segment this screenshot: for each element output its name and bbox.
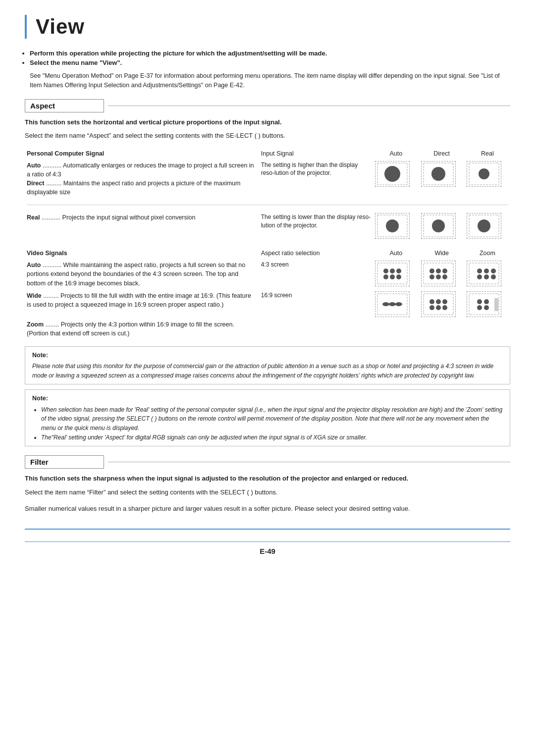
filter-desc: This function sets the sharpness when th…: [25, 474, 510, 484]
auto-label: Auto ........... Automatically enlarges …: [27, 162, 254, 178]
pc-diag-real-high: [465, 160, 510, 199]
video-diag-wide-auto-box: [375, 291, 410, 317]
aspect-header-row: Aspect: [25, 99, 510, 112]
svg-point-22: [442, 269, 447, 273]
video-col-aspect: Aspect ratio selection: [259, 247, 374, 259]
video-diag-wide-auto: [373, 290, 419, 319]
real-label: Real ........... Projects the input sign…: [27, 214, 195, 221]
video-wide-label: Wide ......... Projects to fill the full…: [27, 292, 251, 308]
svg-point-13: [383, 269, 388, 273]
svg-point-23: [429, 274, 434, 279]
note1-label: Note:: [32, 351, 503, 360]
pc-diag-direct-high-box: [421, 161, 456, 187]
pc-diag-real-low-box: [467, 213, 501, 239]
aspect-header-line: [108, 106, 510, 106]
video-diag-auto-zoom: [465, 259, 510, 289]
svg-point-11: [478, 219, 490, 232]
svg-point-17: [390, 274, 395, 279]
svg-point-34: [382, 302, 389, 306]
svg-point-27: [477, 269, 482, 273]
svg-point-29: [491, 269, 496, 273]
video-diag-wide-zoom-box: [467, 291, 501, 317]
pc-col-auto: Auto: [373, 148, 419, 160]
video-row-wide: Wide ......... Projects to fill the full…: [25, 290, 510, 319]
video-signal-heading: Video Signals: [25, 247, 259, 259]
svg-point-48: [484, 305, 489, 310]
pc-col-real: Real: [465, 148, 510, 160]
pc-diag-real-low: [465, 212, 510, 240]
direct-label: Direct ......... Maintains the aspect ra…: [27, 180, 240, 196]
pc-col-input: Input Signal: [259, 148, 374, 160]
video-diag-auto-auto-box: [375, 261, 410, 286]
pc-diag-direct-low-box: [421, 213, 456, 239]
video-zoom-desc: Zoom ........ Projects only the 4:3 port…: [25, 319, 259, 339]
aspect-header-box: Aspect: [25, 99, 104, 112]
svg-point-43: [442, 305, 447, 310]
svg-point-30: [477, 274, 482, 279]
aspect-body: Select the item name “Aspect” and select…: [25, 131, 510, 141]
svg-point-28: [484, 269, 489, 273]
filter-header-line: [108, 462, 510, 462]
pc-signal-heading: Personal Computer Signal: [25, 148, 259, 160]
svg-point-42: [436, 305, 441, 310]
pc-diag-auto-high: [373, 160, 419, 199]
svg-point-9: [432, 219, 445, 232]
svg-point-40: [442, 299, 447, 304]
video-wide-desc: Wide ......... Projects to fill the full…: [25, 290, 259, 319]
svg-point-1: [384, 166, 400, 182]
svg-point-3: [431, 167, 445, 181]
pc-col-direct: Direct: [419, 148, 465, 160]
pc-diag-auto-high-box: [375, 161, 410, 187]
pc-signal-area: Personal Computer Signal Input Signal Au…: [25, 148, 510, 339]
pc-diag-direct-low: [419, 212, 465, 240]
video-diag-auto-wide: [419, 259, 465, 289]
bullet2: Select the menu name "View".: [30, 59, 122, 66]
bottom-rule: [25, 529, 510, 530]
video-diag-auto-auto: [373, 259, 419, 289]
pc-row-low: Real ........... Projects the input sign…: [25, 212, 510, 240]
page-title-block: View: [25, 15, 510, 39]
video-col-wide: Wide: [419, 247, 465, 259]
pc-note-high: The setting is higher than the display r…: [259, 160, 374, 199]
video-diag-wide-wide-box: [421, 291, 456, 317]
svg-point-35: [389, 302, 396, 306]
filter-body1: Select the item name “Filter” and select…: [25, 487, 510, 497]
aspect-note2: Note: When selection has been made for '…: [25, 389, 510, 446]
video-auto-label: Auto ........... While maintaining the a…: [27, 262, 245, 286]
svg-point-36: [395, 302, 402, 306]
svg-point-21: [436, 269, 441, 273]
svg-point-46: [484, 299, 489, 304]
intro-bullets: Perform this operation while projecting …: [30, 50, 510, 66]
pc-diag-auto-low-box: [375, 213, 410, 239]
svg-point-41: [429, 305, 434, 310]
bullet1: Perform this operation while projecting …: [30, 50, 327, 57]
video-diag-wide-zoom: [465, 290, 510, 319]
video-diag-wide-wide: [419, 290, 465, 319]
svg-point-18: [396, 274, 401, 279]
pc-row-high-desc: Auto ........... Automatically enlarges …: [25, 160, 259, 199]
video-note-169: 16:9 screen: [259, 290, 374, 319]
pc-row-sep: [25, 198, 510, 212]
svg-point-24: [436, 274, 441, 279]
svg-point-20: [429, 269, 434, 273]
svg-point-38: [429, 299, 434, 304]
svg-point-5: [479, 168, 489, 179]
pc-row-low-desc: Real ........... Projects the input sign…: [25, 212, 259, 240]
pc-row-high: Auto ........... Automatically enlarges …: [25, 160, 510, 199]
intro-note: See "Menu Operation Method" on Page E-37…: [30, 71, 510, 90]
note2-item-1: When selection has been made for 'Real' …: [41, 405, 503, 433]
svg-point-47: [477, 305, 482, 310]
video-zoom-diagrams-spacer: [373, 319, 510, 339]
filter-header-box: Filter: [25, 455, 104, 469]
video-signal-table: Video Signals Aspect ratio selection Aut…: [25, 247, 510, 339]
video-row-auto: Auto ........... While maintaining the a…: [25, 259, 510, 289]
video-col-auto: Auto: [373, 247, 419, 259]
pc-diag-auto-low: [373, 212, 419, 240]
svg-point-7: [386, 219, 399, 232]
video-auto-desc: Auto ........... While maintaining the a…: [25, 259, 259, 289]
filter-header-row: Filter: [25, 455, 510, 469]
svg-point-25: [442, 274, 447, 279]
aspect-note1: Note: Please note that using this monito…: [25, 346, 510, 385]
pc-note-low: The setting is lower than the display re…: [259, 212, 374, 240]
note2-item-2: The"Real' setting under 'Aspect' for dig…: [41, 433, 503, 442]
